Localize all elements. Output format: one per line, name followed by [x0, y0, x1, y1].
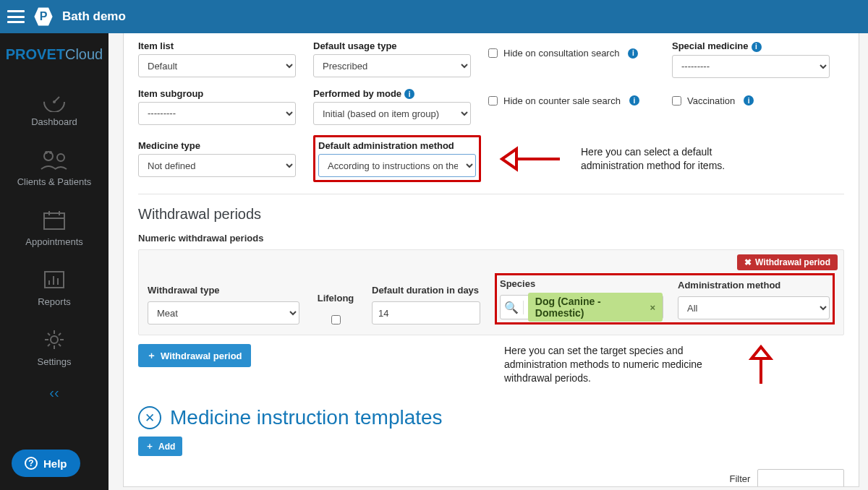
label-default-admin: Default administration method: [318, 140, 476, 151]
select-default-usage[interactable]: Prescribed: [313, 54, 471, 77]
label-performed-by: Performed by modei: [313, 88, 471, 100]
plus-icon: ＋: [147, 349, 156, 362]
chk-vaccination[interactable]: Vaccinationi: [672, 95, 830, 106]
species-tag: Dog (Canine - Domestic)×: [528, 293, 663, 322]
select-default-admin[interactable]: According to instructions on the pack: [318, 154, 476, 177]
svg-line-23: [48, 344, 50, 346]
select-medicine-type[interactable]: Not defined: [138, 154, 296, 177]
label-withdrawal-type: Withdrawal type: [148, 285, 299, 296]
label-medicine-type: Medicine type: [138, 140, 296, 151]
chart-icon: [39, 267, 69, 292]
species-selector[interactable]: 🔍 Dog (Canine - Domestic)×: [500, 295, 663, 319]
info-icon[interactable]: i: [404, 89, 414, 99]
clients-icon: [38, 147, 71, 172]
select-item-list[interactable]: Default: [138, 54, 296, 77]
input-filter[interactable]: [757, 469, 844, 487]
select-admin-method[interactable]: All: [678, 296, 830, 319]
sidebar-item-clients[interactable]: Clients & Patients: [0, 137, 109, 197]
site-title: Bath demo: [62, 9, 126, 24]
remove-tag-icon[interactable]: ×: [650, 302, 655, 313]
info-icon[interactable]: i: [752, 42, 762, 52]
label-special-medicine: Special medicinei: [672, 40, 830, 52]
menu-toggle[interactable]: [7, 10, 25, 23]
sidebar-item-appointments[interactable]: Appointments: [0, 197, 109, 257]
svg-point-15: [51, 336, 58, 343]
tools-icon: ✕: [138, 406, 161, 429]
svg-rect-7: [44, 213, 64, 229]
close-icon: ✖: [744, 257, 752, 267]
sidebar-collapse[interactable]: ‹‹: [49, 384, 59, 401]
info-icon[interactable]: i: [628, 48, 638, 59]
svg-point-6: [57, 154, 64, 161]
help-icon: ?: [25, 457, 38, 470]
info-icon[interactable]: i: [744, 95, 754, 106]
select-withdrawal-type[interactable]: Meat: [148, 301, 299, 324]
chk-hide-counter[interactable]: Hide on counter sale searchi: [488, 95, 655, 106]
label-filter: Filter: [729, 473, 750, 484]
label-default-usage: Default usage type: [313, 40, 471, 51]
add-withdrawal-button[interactable]: ＋Withdrawal period: [138, 344, 251, 367]
label-item-list: Item list: [138, 40, 296, 51]
label-duration: Default duration in days: [372, 285, 480, 296]
svg-point-4: [45, 151, 48, 154]
app-logo-icon: P: [33, 7, 54, 27]
label-lifelong: Lifelong: [318, 293, 354, 304]
svg-point-5: [49, 151, 52, 154]
callout-species: Here you can set the target species and …: [504, 344, 721, 385]
svg-line-21: [59, 344, 61, 346]
withdrawal-period-panel: ✖Withdrawal period Withdrawal type Meat …: [138, 249, 844, 335]
input-duration[interactable]: [372, 301, 480, 324]
plus-icon: ＋: [145, 440, 154, 452]
label-numeric-wp: Numeric withdrawal periods: [138, 233, 844, 244]
callout-default-admin: Here you can select a default administra…: [581, 145, 726, 173]
select-performed-by[interactable]: Initial (based on item group): [313, 102, 471, 125]
select-special-medicine[interactable]: ---------: [672, 55, 830, 78]
label-item-subgroup: Item subgroup: [138, 88, 296, 99]
sidebar-item-reports[interactable]: Reports: [0, 257, 109, 317]
section-mit: Medicine instruction templates: [170, 406, 443, 429]
label-species: Species: [500, 278, 663, 289]
add-template-button[interactable]: ＋Add: [138, 437, 182, 456]
sidebar-item-settings[interactable]: Settings: [0, 317, 109, 377]
calendar-icon: [39, 207, 69, 232]
svg-line-2: [54, 97, 59, 102]
info-icon[interactable]: i: [629, 95, 639, 106]
sidebar-item-dashboard[interactable]: Dashboard: [0, 77, 109, 137]
highlight-species-admin: Species 🔍 Dog (Canine - Domestic)× Admin…: [495, 273, 835, 324]
help-button[interactable]: ?Help: [12, 450, 80, 477]
chk-hide-consultation[interactable]: Hide on consultation searchi: [488, 48, 655, 59]
arrow-left-icon: [498, 142, 563, 176]
label-admin-method: Administration method: [678, 280, 830, 291]
select-item-subgroup[interactable]: ---------: [138, 102, 296, 125]
section-withdrawal: Withdrawal periods: [138, 206, 844, 223]
svg-line-22: [59, 333, 61, 335]
highlight-default-admin: Default administration method According …: [313, 135, 481, 182]
remove-withdrawal-button[interactable]: ✖Withdrawal period: [737, 254, 838, 270]
arrow-up-icon: [743, 344, 779, 387]
chk-lifelong[interactable]: [331, 315, 341, 324]
brand-logo: PROVETCloud: [6, 46, 103, 63]
gauge-icon: [39, 87, 69, 112]
svg-line-20: [48, 333, 50, 335]
search-icon[interactable]: 🔍: [501, 301, 524, 314]
gear-icon: [39, 327, 69, 352]
